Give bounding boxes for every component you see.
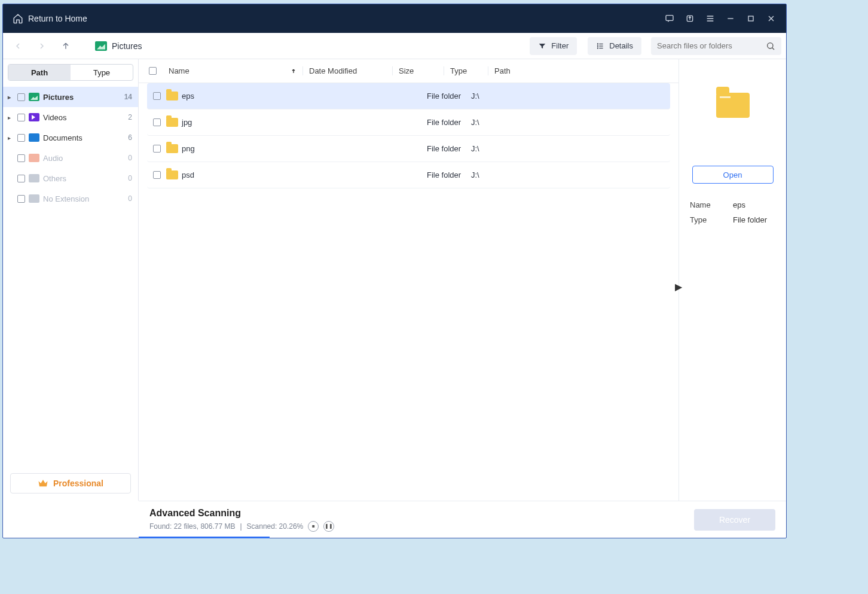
menu-button[interactable] bbox=[700, 8, 720, 29]
col-date[interactable]: Date Modified bbox=[303, 66, 393, 75]
caret-icon: ▸ bbox=[8, 94, 14, 100]
close-icon bbox=[766, 14, 776, 23]
filter-button[interactable]: Filter bbox=[530, 37, 577, 55]
details-button[interactable]: Details bbox=[588, 37, 641, 55]
sidebar-checkbox[interactable] bbox=[17, 134, 25, 142]
status-title: Advanced Scanning bbox=[149, 508, 334, 519]
sidebar-item-no-extension[interactable]: No Extension0 bbox=[3, 188, 138, 209]
share-button[interactable] bbox=[680, 8, 700, 29]
sidebar-item-count: 6 bbox=[128, 133, 132, 142]
sidebar-item-label: Videos bbox=[43, 113, 124, 122]
recover-button[interactable]: Recover bbox=[694, 509, 775, 531]
sidebar-item-documents[interactable]: ▸Documents6 bbox=[3, 127, 138, 148]
folder-icon bbox=[166, 118, 178, 127]
col-type[interactable]: Type bbox=[444, 66, 488, 75]
professional-button[interactable]: Professional bbox=[10, 473, 131, 494]
row-path: J:\ bbox=[471, 118, 670, 127]
export-icon bbox=[685, 14, 695, 23]
row-type: File folder bbox=[427, 170, 471, 179]
sidebar-checkbox[interactable] bbox=[17, 195, 25, 203]
category-icon bbox=[29, 174, 39, 182]
tab-type[interactable]: Type bbox=[71, 65, 133, 80]
arrow-right-icon bbox=[37, 41, 47, 51]
return-home-button[interactable]: Return to Home bbox=[8, 13, 92, 24]
tab-path[interactable]: Path bbox=[8, 65, 71, 80]
col-path[interactable]: Path bbox=[488, 66, 678, 75]
row-name: jpg bbox=[182, 118, 286, 127]
row-type: File folder bbox=[427, 144, 471, 153]
row-checkbox[interactable] bbox=[153, 145, 161, 153]
meta-type-key: Type bbox=[690, 215, 733, 224]
sidebar-item-videos[interactable]: ▸Videos2 bbox=[3, 107, 138, 127]
table-row[interactable]: psdFile folderJ:\ bbox=[147, 162, 670, 188]
search-input[interactable] bbox=[657, 41, 761, 50]
arrow-left-icon bbox=[13, 41, 23, 51]
row-path: J:\ bbox=[471, 144, 670, 153]
meta-type-val: File folder bbox=[733, 215, 767, 224]
sidebar-checkbox[interactable] bbox=[17, 175, 25, 182]
table-row[interactable]: pngFile folderJ:\ bbox=[147, 136, 670, 162]
nav-forward-button[interactable] bbox=[32, 36, 52, 56]
maximize-button[interactable] bbox=[741, 8, 761, 29]
toolbar: Pictures Filter Details bbox=[3, 33, 786, 59]
sidebar-item-audio[interactable]: Audio0 bbox=[3, 148, 138, 168]
svg-point-4 bbox=[598, 45, 598, 46]
nav-back-button[interactable] bbox=[8, 36, 28, 56]
crown-icon bbox=[38, 479, 48, 488]
sidebar-checkbox[interactable] bbox=[17, 93, 25, 101]
maximize-icon bbox=[746, 14, 756, 23]
category-icon bbox=[29, 93, 39, 101]
svg-rect-0 bbox=[666, 16, 673, 21]
chat-icon bbox=[665, 14, 674, 23]
category-icon bbox=[29, 154, 39, 162]
search-box[interactable] bbox=[651, 37, 781, 55]
sidebar-checkbox[interactable] bbox=[17, 154, 25, 162]
folder-icon bbox=[716, 93, 750, 118]
row-name: psd bbox=[182, 170, 286, 179]
select-all-checkbox[interactable] bbox=[149, 67, 157, 75]
row-checkbox[interactable] bbox=[153, 92, 161, 100]
home-icon bbox=[13, 13, 23, 24]
sidebar-item-others[interactable]: Others0 bbox=[3, 168, 138, 188]
sidebar-checkbox[interactable] bbox=[17, 114, 25, 121]
breadcrumb[interactable]: Pictures bbox=[95, 41, 142, 51]
filter-icon bbox=[538, 42, 546, 50]
sidebar-tabs: Path Type bbox=[8, 64, 133, 81]
sidebar-item-label: Others bbox=[43, 174, 124, 183]
minimize-icon bbox=[726, 14, 735, 23]
sidebar-item-label: Documents bbox=[43, 133, 124, 142]
list-icon bbox=[596, 42, 604, 50]
sidebar-tree: ▸Pictures14▸Videos2▸Documents6Audio0Othe… bbox=[3, 87, 138, 209]
pause-scan-button[interactable]: ❚❚ bbox=[323, 521, 334, 532]
return-home-label: Return to Home bbox=[28, 14, 87, 23]
sidebar-item-count: 0 bbox=[128, 174, 132, 182]
sidebar: Path Type ▸Pictures14▸Videos2▸Documents6… bbox=[3, 59, 139, 501]
open-button[interactable]: Open bbox=[692, 166, 774, 184]
breadcrumb-label: Pictures bbox=[112, 41, 142, 51]
col-size[interactable]: Size bbox=[393, 66, 444, 75]
sidebar-item-pictures[interactable]: ▸Pictures14 bbox=[3, 87, 138, 107]
status-found: Found: 22 files, 806.77 MB bbox=[149, 522, 235, 531]
search-icon bbox=[766, 41, 775, 51]
preview-pane: ▶ Open Nameeps TypeFile folder bbox=[678, 59, 786, 501]
category-icon bbox=[29, 194, 39, 203]
folder-icon bbox=[166, 144, 178, 153]
status-scanned: Scanned: 20.26% bbox=[247, 522, 304, 531]
column-headers: Name Date Modified Size Type Path bbox=[139, 59, 678, 83]
row-type: File folder bbox=[427, 118, 471, 127]
minimize-button[interactable] bbox=[720, 8, 741, 29]
collapse-preview-button[interactable]: ▶ bbox=[673, 281, 684, 293]
table-row[interactable]: jpgFile folderJ:\ bbox=[147, 109, 670, 136]
table-row[interactable]: epsFile folderJ:\ bbox=[147, 83, 670, 109]
svg-point-5 bbox=[598, 47, 598, 48]
sort-asc-icon bbox=[291, 68, 297, 75]
nav-up-button[interactable] bbox=[56, 36, 76, 56]
close-button[interactable] bbox=[761, 8, 781, 29]
row-checkbox[interactable] bbox=[153, 118, 161, 126]
sidebar-item-label: Audio bbox=[43, 154, 124, 163]
feedback-button[interactable] bbox=[659, 8, 680, 29]
col-name[interactable]: Name bbox=[166, 66, 303, 75]
row-checkbox[interactable] bbox=[153, 171, 161, 179]
stop-scan-button[interactable]: ■ bbox=[308, 521, 319, 532]
svg-rect-2 bbox=[748, 16, 753, 21]
